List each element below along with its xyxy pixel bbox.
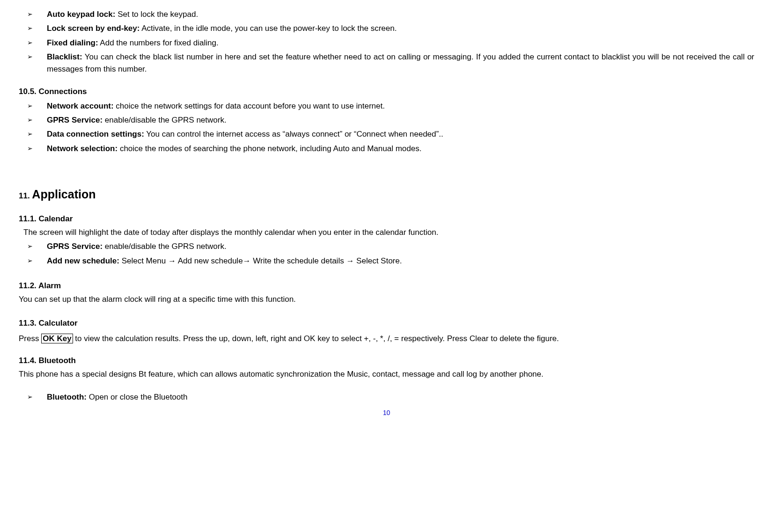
desc: You can check the black list number in h… bbox=[47, 52, 754, 73]
bullet-icon: ➢ bbox=[27, 23, 33, 34]
term: GPRS Service: bbox=[47, 116, 103, 124]
list-item: ➢ Network account: choice the network se… bbox=[19, 100, 754, 112]
bullet-icon: ➢ bbox=[27, 38, 33, 48]
bullet-icon: ➢ bbox=[27, 241, 33, 252]
top-bullet-list: ➢ Auto keypad lock: Set to lock the keyp… bbox=[19, 8, 754, 76]
section-heading-calculator: 11.3. Calculator bbox=[19, 319, 754, 328]
arrow-icon: → bbox=[243, 256, 251, 265]
term: Fixed dialing: bbox=[47, 38, 98, 47]
desc: enable/disable the GPRS network. bbox=[103, 116, 227, 124]
term: Auto keypad lock: bbox=[47, 10, 115, 19]
desc: choice the network settings for data acc… bbox=[114, 102, 385, 110]
arrow-icon: → bbox=[346, 256, 354, 265]
section-heading-application: 11. Application bbox=[19, 188, 754, 201]
desc: Open or close the Bluetooth bbox=[87, 393, 187, 401]
list-item: ➢ Auto keypad lock: Set to lock the keyp… bbox=[19, 8, 754, 21]
term: Lock screen by end-key: bbox=[47, 24, 140, 33]
text-part: to view the calculation results. Press t… bbox=[73, 334, 559, 343]
term: Add new schedule: bbox=[47, 256, 119, 265]
desc: Activate, in the idle mode, you can use … bbox=[140, 24, 397, 33]
list-item: ➢ Blacklist: You can check the black lis… bbox=[19, 51, 754, 76]
term: Data connection settings: bbox=[47, 130, 144, 138]
calculator-body: Press OK Key to view the calculation res… bbox=[19, 331, 754, 347]
desc: You can control the internet access as “… bbox=[144, 130, 443, 138]
section-heading-bluetooth: 11.4. Bluetooth bbox=[19, 356, 754, 365]
page-number: 10 bbox=[19, 409, 754, 416]
list-item: ➢ Add new schedule: Select Menu → Add ne… bbox=[19, 255, 754, 267]
bullet-icon: ➢ bbox=[27, 52, 33, 62]
bluetooth-bullet-list: ➢ Bluetooth: Open or close the Bluetooth bbox=[19, 391, 754, 403]
term: GPRS Service: bbox=[47, 242, 103, 251]
connections-bullet-list: ➢ Network account: choice the network se… bbox=[19, 100, 754, 155]
list-item: ➢ Lock screen by end-key: Activate, in t… bbox=[19, 22, 754, 35]
section-heading-alarm: 11.2. Alarm bbox=[19, 281, 754, 291]
desc-part: Select Store. bbox=[354, 256, 402, 265]
list-item: ➢ Fixed dialing: Add the numbers for fix… bbox=[19, 37, 754, 49]
list-item: ➢ Data connection settings: You can cont… bbox=[19, 128, 754, 140]
calendar-intro: The screen will highlight the date of to… bbox=[19, 226, 754, 239]
list-item: ➢ GPRS Service: enable/disable the GPRS … bbox=[19, 240, 754, 253]
bullet-icon: ➢ bbox=[27, 129, 33, 139]
desc-part: Select Menu bbox=[119, 256, 168, 265]
bullet-icon: ➢ bbox=[27, 256, 33, 266]
bullet-icon: ➢ bbox=[27, 9, 33, 20]
section-heading-calendar: 11.1. Calendar bbox=[19, 214, 754, 224]
desc: choice the modes of searching the phone … bbox=[118, 144, 421, 153]
bullet-icon: ➢ bbox=[27, 101, 33, 111]
term: Network selection: bbox=[47, 144, 118, 153]
section-title: Application bbox=[32, 188, 96, 201]
desc: Add the numbers for fixed dialing. bbox=[98, 38, 219, 47]
list-item: ➢ GPRS Service: enable/disable the GPRS … bbox=[19, 114, 754, 126]
calendar-bullet-list: ➢ GPRS Service: enable/disable the GPRS … bbox=[19, 240, 754, 267]
term: Blacklist: bbox=[47, 52, 82, 61]
ok-key-box: OK Key bbox=[41, 334, 73, 343]
bluetooth-body: This phone has a special designs Bt feat… bbox=[19, 368, 754, 380]
desc-part: Add new schedule bbox=[176, 256, 243, 265]
list-item: ➢ Network selection: choice the modes of… bbox=[19, 143, 754, 155]
bullet-icon: ➢ bbox=[27, 144, 33, 154]
desc-part: Write the schedule details bbox=[251, 256, 346, 265]
arrow-icon: → bbox=[168, 256, 176, 265]
desc: enable/disable the GPRS network. bbox=[103, 242, 227, 251]
text-part: Press bbox=[19, 334, 41, 343]
bullet-icon: ➢ bbox=[27, 115, 33, 125]
bullet-icon: ➢ bbox=[27, 392, 33, 402]
list-item: ➢ Bluetooth: Open or close the Bluetooth bbox=[19, 391, 754, 403]
term: Bluetooth: bbox=[47, 393, 87, 401]
desc: Set to lock the keypad. bbox=[115, 10, 198, 19]
document-page: ➢ Auto keypad lock: Set to lock the keyp… bbox=[0, 0, 773, 421]
alarm-body: You can set up that the alarm clock will… bbox=[19, 293, 754, 306]
section-number: 11. bbox=[19, 191, 32, 200]
section-heading-connections: 10.5. Connections bbox=[19, 87, 754, 96]
term: Network account: bbox=[47, 102, 114, 110]
